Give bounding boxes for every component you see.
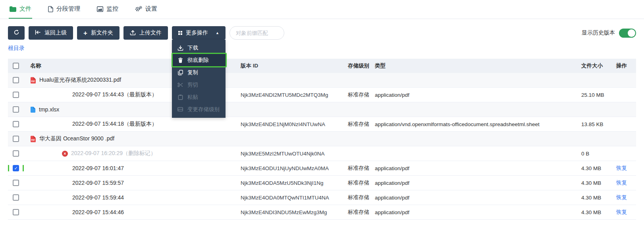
- header-type: 类型: [372, 62, 578, 69]
- row-checkbox-cell: [8, 136, 27, 142]
- folder-icon: [10, 6, 16, 12]
- table-row: ×2022-09-07 16:20:29（删除标记）Njk3MzE5MzI2MT…: [8, 146, 636, 161]
- table-row: 2022-09-07 15:59:44Njk3MzE4ODA0MTQwNTI1M…: [8, 190, 636, 205]
- checkbox-wrap: [13, 180, 19, 186]
- content-type: application/pdf: [372, 92, 578, 98]
- name-cell: 2022-09-07 15:59:44: [27, 194, 237, 201]
- version-id: Njk3MzE4ODA0MTQwNTI1MTU4NA: [237, 195, 345, 201]
- actions-cell: 恢复: [613, 209, 636, 216]
- storage-class: 标准存储: [345, 91, 372, 98]
- select-all-checkbox[interactable]: [13, 63, 19, 69]
- table-body: PDFHualu蓝光存储系统20200331.pdf2022-09-07 15:…: [8, 73, 636, 220]
- button-label: 新文件夹: [91, 29, 113, 36]
- tab-label: 设置: [145, 5, 157, 13]
- row-checkbox-cell: [8, 77, 27, 83]
- row-checkbox[interactable]: [13, 106, 19, 113]
- actions-cell: 恢复: [613, 165, 636, 172]
- toggle-knob: [628, 29, 635, 37]
- history-toggle-label: 显示历史版本: [582, 29, 615, 36]
- version-timestamp: 2022-09-07 15:44:46: [72, 209, 124, 215]
- name-cell: 2022-09-07 15:44:18（最新版本）: [27, 121, 237, 128]
- table-row: 2022-09-07 15:44:43（最新版本）Njk3MzE4NDI2MTU…: [8, 88, 636, 102]
- file-size: 25.10 MB: [578, 92, 613, 98]
- restore-link[interactable]: 恢复: [616, 180, 627, 186]
- object-table: 名称 版本 ID 存储级别 类型 文件大小 操作 PDFHualu蓝光存储系统2…: [8, 59, 636, 220]
- row-checkbox[interactable]: [13, 77, 19, 83]
- tab-label: 分段管理: [56, 5, 80, 13]
- button-label: 上传文件: [139, 29, 162, 36]
- name-cell: 2022-09-07 16:01:47: [27, 165, 237, 171]
- file-name: 华大基因 OceanStor 9000 .pdf: [39, 135, 114, 142]
- row-checkbox[interactable]: [13, 180, 19, 186]
- content-type: application/pdf: [372, 180, 578, 186]
- menu-item-label: 复制: [187, 69, 198, 76]
- pdf-file-icon: PDF: [30, 77, 36, 84]
- table-row: PDFHualu蓝光存储系统20200331.pdf: [8, 73, 636, 88]
- menu-item-delete-permanently[interactable]: 彻底删除: [172, 54, 226, 66]
- more-actions-menu: 下载 彻底删除 复制 剪切: [172, 40, 226, 118]
- row-checkbox-cell: [8, 180, 27, 186]
- file-name: tmp.xlsx: [39, 106, 59, 113]
- checkbox-wrap: [13, 136, 19, 142]
- pdf-file-icon: PDF: [30, 136, 36, 142]
- checkbox-wrap: [13, 150, 19, 157]
- row-checkbox[interactable]: [13, 194, 19, 201]
- breadcrumb-root[interactable]: 根目录: [8, 45, 25, 52]
- content-type: application/pdf: [372, 209, 578, 215]
- upload-icon: [130, 30, 136, 36]
- scissors-icon: [177, 82, 183, 87]
- xlsx-file-icon: [30, 106, 36, 113]
- restore-link[interactable]: 恢复: [616, 194, 627, 200]
- menu-item-label: 剪切: [187, 81, 198, 88]
- version-id: Njk3MzE4ODA5MzU5NDk3NjI1Ng: [237, 180, 345, 186]
- table-row: tmp.xlsx: [8, 102, 636, 117]
- restore-link[interactable]: 恢复: [616, 209, 627, 215]
- delete-marker-icon: ×: [62, 151, 68, 157]
- row-checkbox-cell: [8, 121, 27, 127]
- content-type: application/pdf: [372, 195, 578, 201]
- checkbox-wrap: [13, 165, 19, 171]
- name-cell: 2022-09-07 15:44:46: [27, 209, 237, 215]
- menu-item-label: 彻底删除: [187, 57, 209, 64]
- menu-item-download[interactable]: 下载: [172, 42, 226, 54]
- storage-class: 标准存储: [345, 121, 372, 128]
- tab-settings[interactable]: 设置: [134, 0, 158, 19]
- new-folder-button[interactable]: + 新文件夹: [77, 26, 120, 40]
- search-input[interactable]: [229, 26, 284, 40]
- show-history-toggle[interactable]: [619, 29, 636, 38]
- version-timestamp: 2022-09-07 16:01:47: [72, 165, 124, 171]
- version-id: Njk3MzE4NDE1NjM0NzI4NTUwNA: [237, 121, 345, 127]
- refresh-button[interactable]: [8, 26, 25, 40]
- menu-item-cut: 剪切: [172, 79, 226, 91]
- menu-item-paste: 粘贴: [172, 91, 226, 103]
- file-name: Hualu蓝光存储系统20200331.pdf: [39, 77, 121, 84]
- row-checkbox[interactable]: [13, 150, 19, 157]
- tab-files[interactable]: 文件: [9, 0, 32, 19]
- tab-label: 监控: [106, 5, 118, 13]
- button-label: 返回上级: [44, 29, 67, 36]
- row-checkbox[interactable]: [13, 121, 19, 127]
- row-checkbox-checked[interactable]: [13, 165, 19, 171]
- row-checkbox[interactable]: [13, 209, 19, 215]
- storage-class-icon: [177, 107, 183, 111]
- plus-icon: +: [83, 30, 87, 36]
- back-icon: [35, 30, 41, 36]
- checkbox-wrap: [13, 121, 19, 127]
- row-checkbox[interactable]: [13, 136, 19, 142]
- tab-monitoring[interactable]: 监控: [96, 0, 119, 19]
- content-type: application/pdf: [372, 165, 578, 171]
- tab-multipart[interactable]: 分段管理: [47, 0, 81, 19]
- menu-item-copy[interactable]: 复制: [172, 66, 226, 79]
- menu-item-label: 粘贴: [187, 94, 198, 101]
- file-size: 4.30 MB: [578, 165, 613, 171]
- back-to-parent-button[interactable]: 返回上级: [29, 26, 73, 40]
- header-storage-class: 存储级别: [345, 62, 372, 69]
- restore-link[interactable]: 恢复: [616, 165, 627, 171]
- upload-file-button[interactable]: 上传文件: [123, 26, 168, 40]
- more-actions-button[interactable]: 更多操作 ▲: [172, 26, 226, 40]
- row-checkbox-cell: [8, 106, 27, 113]
- row-checkbox[interactable]: [13, 92, 19, 98]
- caret-up-icon: ▲: [216, 31, 219, 35]
- table-header-row: 名称 版本 ID 存储级别 类型 文件大小 操作: [8, 59, 636, 73]
- version-timestamp: 2022-09-07 15:59:57: [72, 180, 124, 186]
